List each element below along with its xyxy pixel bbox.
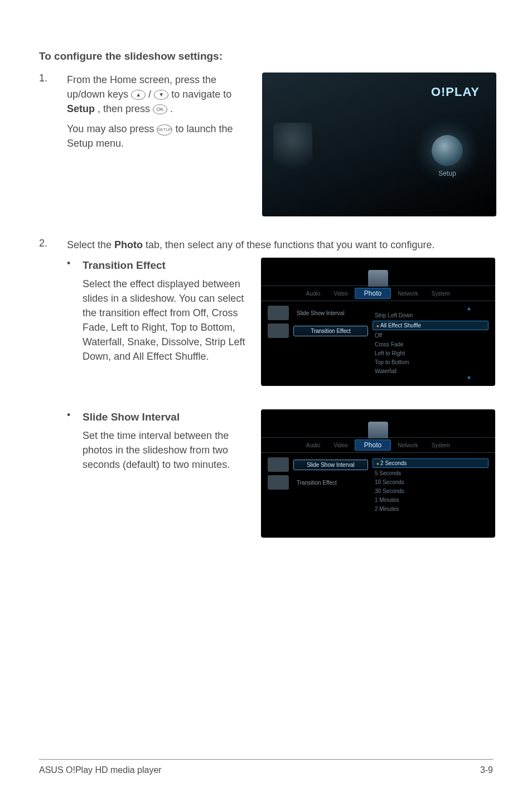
tab-audio: Audio: [299, 442, 327, 448]
transition-effect-screenshot: Audio Video Photo Network System Slide S…: [261, 258, 495, 386]
tab-network: Network: [391, 291, 425, 297]
left-item-transition-selected: Transition Effect: [293, 326, 368, 336]
thumb-icon: [268, 457, 289, 472]
tab-audio: Audio: [299, 291, 327, 297]
step-2-number: 2.: [39, 238, 67, 249]
opt-5-seconds: 5 Seconds: [373, 470, 489, 477]
step-1-text-d: , then press: [98, 103, 153, 114]
photo-tab-icon: [368, 270, 388, 287]
tab-system: System: [425, 442, 457, 448]
device-logo: O!PLAY: [431, 85, 480, 99]
step-1-body: From the Home screen, press the up/down …: [67, 73, 251, 151]
left-item-slide-interval: Slide Show Interval: [293, 308, 368, 318]
transition-effect-text: Select the effect displayed between slid…: [83, 277, 250, 364]
left-item-transition: Transition Effect: [293, 478, 368, 487]
step-2-text-b: tab, then select any of these functions …: [146, 239, 434, 250]
step-1-text-b: /: [148, 89, 154, 100]
thumb-icon: [268, 323, 289, 338]
opt-all-effect-shuffle-selected: All Effect Shuffle: [373, 321, 489, 330]
ghost-icon: [273, 123, 312, 178]
footer-page-number: 3-9: [480, 765, 493, 775]
opt-30-seconds: 30 Seconds: [373, 487, 489, 495]
step-1-line2-a: You may also press: [67, 123, 157, 134]
left-item-slide-interval-selected: Slide Show Interval: [293, 460, 368, 470]
up-key-icon: ▲: [131, 90, 146, 100]
step-1-text-e: .: [170, 103, 173, 114]
scroll-up-arrow-icon: ▲: [373, 307, 489, 310]
opt-2-minutes: 2 Minutes: [373, 505, 489, 513]
opt-left-to-right: Left to Right: [373, 350, 489, 357]
opt-waterfall: Waterfall: [373, 368, 489, 375]
thumb-icon: [268, 306, 289, 320]
down-key-icon: ▼: [154, 90, 168, 100]
ok-key-icon: OK: [153, 104, 167, 114]
thumb-icon: [268, 475, 289, 490]
opt-strip-left-down: Strip Left Down: [373, 312, 489, 319]
opt-2-seconds-selected: 2 Seconds: [373, 458, 489, 468]
opt-1-minutes: 1 Minutes: [373, 496, 489, 504]
setup-screenshot: O!PLAY Setup: [262, 73, 496, 216]
section-heading: To configure the slideshow settings:: [39, 50, 493, 62]
slide-show-interval-screenshot: Audio Video Photo Network System Slide S…: [261, 409, 495, 538]
tab-system: System: [425, 291, 457, 297]
opt-10-seconds: 10 Seconds: [373, 479, 489, 486]
bullet-1-dot: •: [67, 258, 83, 269]
slide-show-interval-text: Set the time interval between the photos…: [83, 428, 250, 472]
setup-bold: Setup: [67, 103, 95, 114]
step-1-text-c: to navigate to: [171, 89, 231, 100]
setup-key-icon: SETUP: [157, 124, 172, 136]
opt-off: Off: [373, 332, 489, 339]
tab-network: Network: [391, 442, 425, 448]
setup-label: Setup: [432, 170, 463, 177]
tab-row: Audio Video Photo Network System: [261, 437, 495, 453]
setup-gear-icon: Setup: [432, 135, 463, 177]
tab-video: Video: [327, 442, 354, 448]
footer-product: ASUS O!Play HD media player: [39, 765, 162, 775]
transition-effect-title: Transition Effect: [83, 258, 250, 273]
photo-bold: Photo: [114, 239, 143, 250]
bullet-2-dot: •: [67, 409, 83, 421]
step-1-number: 1.: [39, 73, 67, 84]
opt-top-to-bottom: Top to Bottom: [373, 359, 489, 366]
slide-show-interval-title: Slide Show Interval: [83, 409, 250, 425]
step-2-body: Select the Photo tab, then select any of…: [67, 238, 493, 252]
tab-photo-active: Photo: [355, 288, 391, 299]
tab-photo-active: Photo: [355, 439, 391, 451]
tab-video: Video: [327, 291, 354, 297]
step-2-text-a: Select the: [67, 239, 114, 250]
photo-tab-icon: [368, 422, 388, 438]
opt-cross-fade: Cross Fade: [373, 341, 489, 348]
scroll-down-arrow-icon: ▼: [373, 376, 489, 380]
tab-row: Audio Video Photo Network System: [261, 286, 495, 301]
